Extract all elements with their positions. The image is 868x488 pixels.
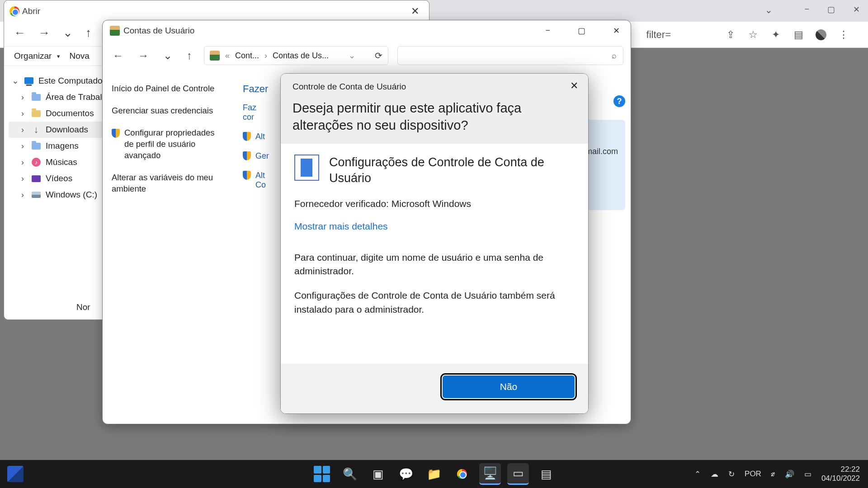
tray-cloud-icon[interactable]: ☁ xyxy=(711,469,718,479)
tree-item-label: Windows (C:) xyxy=(46,190,97,200)
share-icon[interactable]: ⇪ xyxy=(725,29,736,40)
chrome-logo-icon xyxy=(9,6,19,16)
organize-caret-icon[interactable]: ▾ xyxy=(57,53,60,60)
uac-prompt: ✕ Controle de Conta de Usuário Deseja pe… xyxy=(280,73,589,414)
breadcrumb-chevron-icon[interactable]: ⌄ xyxy=(349,51,355,61)
sidepanel-icon[interactable]: ▤ xyxy=(793,29,804,40)
taskbar-chat-button[interactable]: 💬 xyxy=(395,463,417,485)
sidebar-profile-link[interactable]: Configurar propriedades de perfil de usu… xyxy=(112,127,225,161)
uac-message-1: Para continuar, digite um nome de usuári… xyxy=(294,251,575,278)
folder-blue-icon xyxy=(31,141,41,151)
computer-icon xyxy=(24,76,34,86)
taskbar: 🔍 ▣ 💬 📁 🖥️ ▭ ▤ ⌃ ☁ ↻ POR ⸙ 🔊 ▭ 22:22 04/… xyxy=(0,460,868,488)
tree-expand-icon[interactable]: › xyxy=(19,125,27,135)
new-folder-button[interactable]: Nova xyxy=(69,51,89,61)
contas-maximize-button[interactable]: ▢ xyxy=(574,26,589,36)
music-icon: ♪ xyxy=(31,157,41,167)
uac-window-title: Controle de Conta de Usuário xyxy=(292,82,576,92)
tree-expand-icon[interactable]: › xyxy=(19,157,27,167)
drive-icon xyxy=(31,190,41,200)
tray-language[interactable]: POR xyxy=(745,469,761,479)
open-dialog-filename-label: Nor xyxy=(76,302,90,312)
taskbar-widgets-button[interactable] xyxy=(7,466,24,482)
taskbar-app-button-2[interactable]: ▤ xyxy=(535,463,557,485)
refresh-button[interactable]: ⟳ xyxy=(375,50,382,61)
sidebar-home-link[interactable]: Início do Painel de Controle xyxy=(112,83,225,94)
nav-recent-button[interactable]: ⌄ xyxy=(63,26,73,40)
tree-item-label: Músicas xyxy=(46,157,77,167)
sidebar-env-link[interactable]: Alterar as variáveis do meu ambiente xyxy=(112,172,225,195)
tray-sync-icon[interactable]: ↻ xyxy=(728,469,735,479)
tree-expand-icon[interactable]: ⌄ xyxy=(11,75,19,86)
tree-expand-icon[interactable]: › xyxy=(19,92,27,102)
tree-item-label: Este Computado xyxy=(38,76,103,86)
taskbar-search-button[interactable]: 🔍 xyxy=(339,463,361,485)
taskbar-taskview-button[interactable]: ▣ xyxy=(367,463,389,485)
shield-icon xyxy=(243,151,251,160)
uac-no-button[interactable]: Não xyxy=(443,375,575,398)
open-dialog-close-button[interactable]: ✕ xyxy=(406,5,424,17)
uac-vendor: Fornecedor verificado: Microsoft Windows xyxy=(294,198,575,209)
tray-wifi-icon[interactable]: ⸙ xyxy=(771,469,775,479)
tree-expand-icon[interactable]: › xyxy=(19,190,27,200)
uac-app-name: Configurações de Controle de Conta de Us… xyxy=(329,155,575,186)
uac-app-icon xyxy=(294,155,319,181)
user-accounts-icon xyxy=(110,26,120,36)
contas-minimize-button[interactable]: − xyxy=(542,26,554,36)
extensions-icon[interactable]: ✦ xyxy=(770,29,781,40)
taskbar-control-panel-button[interactable]: 🖥️ xyxy=(479,463,501,485)
open-dialog-title: Abrir xyxy=(22,6,40,16)
video-icon xyxy=(31,174,41,183)
chrome-caption-buttons: ⌄ − ▢ ✕ xyxy=(765,5,860,15)
star-icon[interactable]: ☆ xyxy=(748,29,759,40)
shield-icon xyxy=(243,132,251,141)
chrome-close-button[interactable]: ✕ xyxy=(853,5,860,15)
tree-expand-icon[interactable]: › xyxy=(19,108,27,118)
chrome-address-fragment[interactable]: filter= xyxy=(646,29,671,41)
taskbar-chrome-button[interactable] xyxy=(451,463,473,485)
contas-close-button[interactable]: ✕ xyxy=(609,26,623,36)
nav-forward-button[interactable]: → xyxy=(38,26,50,40)
taskbar-time: 22:22 xyxy=(821,465,860,474)
contas-back-button[interactable]: ← xyxy=(110,48,126,63)
tree-item-label: Imagens xyxy=(46,141,79,151)
uac-close-button[interactable]: ✕ xyxy=(566,78,582,94)
tray-battery-icon[interactable]: ▭ xyxy=(804,469,811,479)
help-button[interactable]: ? xyxy=(613,95,625,107)
contas-nav: ← → ⌄ ↑ « Cont... › Contas de Us... ⌄ ⟳ … xyxy=(103,41,631,72)
breadcrumb-item-1[interactable]: Cont... xyxy=(235,51,259,61)
shield-icon xyxy=(243,171,251,180)
breadcrumb-item-2[interactable]: Contas de Us... xyxy=(273,51,329,61)
uac-more-details-link[interactable]: Mostrar mais detalhes xyxy=(294,221,388,232)
tray-volume-icon[interactable]: 🔊 xyxy=(785,469,794,479)
contas-recent-button[interactable]: ⌄ xyxy=(160,48,175,63)
tray-chevron-icon[interactable]: ⌃ xyxy=(694,469,701,479)
taskbar-app-button-1[interactable]: ▭ xyxy=(507,463,529,485)
contas-titlebar: Contas de Usuário − ▢ ✕ xyxy=(103,20,631,41)
search-icon: ⌕ xyxy=(612,51,617,61)
nav-back-button[interactable]: ← xyxy=(14,26,26,40)
taskbar-explorer-button[interactable]: 📁 xyxy=(423,463,445,485)
contas-up-button[interactable]: ↑ xyxy=(184,48,195,63)
tree-expand-icon[interactable]: › xyxy=(19,174,27,183)
contas-breadcrumb[interactable]: « Cont... › Contas de Us... ⌄ ⟳ xyxy=(204,46,388,65)
organize-button[interactable]: Organizar xyxy=(14,51,52,61)
sidebar-credentials-link[interactable]: Gerenciar suas credenciais xyxy=(112,105,225,117)
chrome-minimize-button[interactable]: − xyxy=(804,5,809,15)
chrome-maximize-button[interactable]: ▢ xyxy=(827,5,835,15)
profile-avatar[interactable] xyxy=(816,29,826,40)
breadcrumb-sep: « xyxy=(225,51,230,61)
uac-body: Configurações de Controle de Conta de Us… xyxy=(281,144,588,364)
uac-footer: Não xyxy=(281,364,588,413)
uac-app-row: Configurações de Controle de Conta de Us… xyxy=(294,155,575,186)
contas-forward-button[interactable]: → xyxy=(135,48,151,63)
folder-blue-icon xyxy=(31,92,41,102)
taskbar-clock[interactable]: 22:22 04/10/2022 xyxy=(821,465,860,483)
chrome-tab-chevron[interactable]: ⌄ xyxy=(765,5,773,15)
chrome-menu-icon[interactable]: ⋮ xyxy=(838,29,849,40)
nav-up-button[interactable]: ↑ xyxy=(85,26,91,40)
tree-item-label: Documentos xyxy=(46,108,94,118)
start-button[interactable] xyxy=(311,463,333,485)
contas-search-input[interactable]: ⌕ xyxy=(397,46,623,65)
tree-expand-icon[interactable]: › xyxy=(19,141,27,151)
